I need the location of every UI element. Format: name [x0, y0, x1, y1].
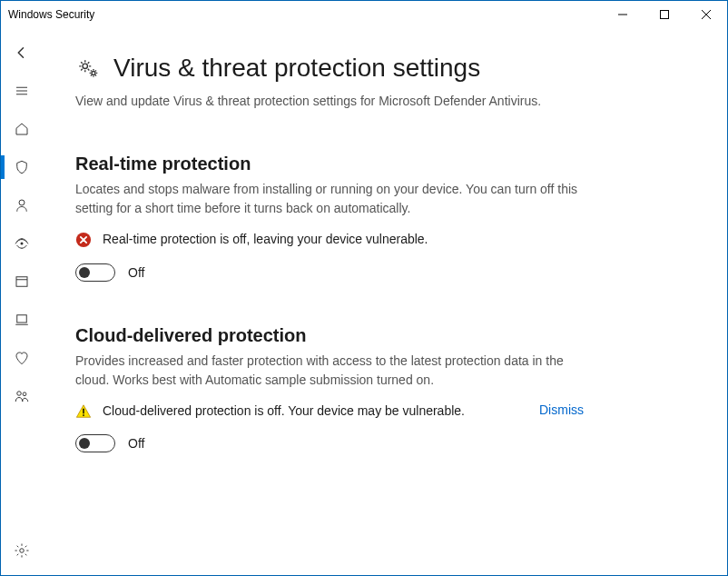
section-description: Locates and stops malware from installin…: [75, 180, 584, 218]
alert-realtime-off: Real-time protection is off, leaving you…: [75, 231, 584, 249]
nav-home[interactable]: [1, 110, 43, 148]
section-description: Provides increased and faster protection…: [75, 352, 584, 390]
toggle-label: Off: [128, 265, 144, 280]
page-header: Virus & threat protection settings: [75, 54, 694, 83]
toggle-row-cloud: Off: [75, 434, 584, 452]
gears-icon: [75, 55, 101, 81]
nav-settings[interactable]: [1, 531, 43, 570]
realtime-toggle[interactable]: [75, 263, 115, 282]
nav-account-protection[interactable]: [1, 186, 43, 224]
nav-rail: [1, 28, 43, 575]
section-cloud-protection: Cloud-delivered protection Provides incr…: [75, 325, 584, 453]
svg-point-15: [20, 549, 25, 553]
windows-security-window: Windows Security: [0, 0, 728, 576]
back-button[interactable]: [1, 34, 43, 72]
svg-rect-9: [16, 277, 27, 287]
svg-rect-11: [17, 315, 27, 323]
close-button[interactable]: [685, 1, 727, 28]
nav-app-browser[interactable]: [1, 263, 43, 301]
svg-point-8: [21, 243, 24, 245]
section-title: Cloud-delivered protection: [75, 325, 584, 346]
warning-icon: [75, 403, 92, 420]
window-title: Windows Security: [8, 1, 94, 28]
alert-text: Cloud-delivered protection is off. Your …: [103, 402, 521, 421]
svg-point-17: [92, 71, 95, 74]
nav-device-performance[interactable]: [1, 339, 43, 377]
nav-firewall-network[interactable]: [1, 224, 43, 263]
nav-device-security[interactable]: [1, 301, 43, 339]
svg-point-16: [83, 64, 87, 68]
alert-text: Real-time protection is off, leaving you…: [103, 231, 584, 249]
toggle-label: Off: [128, 436, 144, 451]
svg-rect-1: [661, 11, 669, 19]
cloud-toggle[interactable]: [75, 434, 115, 452]
nav-family-options[interactable]: [1, 377, 43, 415]
content-pane: Virus & threat protection settings View …: [43, 28, 727, 575]
menu-button[interactable]: [1, 72, 43, 110]
svg-point-14: [23, 392, 26, 396]
section-title: Real-time protection: [75, 154, 584, 174]
svg-point-13: [17, 392, 22, 396]
maximize-button[interactable]: [644, 1, 685, 28]
nav-virus-threat[interactable]: [1, 148, 43, 186]
svg-point-20: [83, 414, 84, 416]
alert-cloud-off: Cloud-delivered protection is off. Your …: [75, 402, 584, 421]
dismiss-link[interactable]: Dismiss: [539, 402, 584, 417]
scroll-area[interactable]: Virus & threat protection settings View …: [43, 28, 727, 575]
svg-point-7: [19, 200, 25, 205]
window-controls: [602, 1, 727, 28]
section-realtime-protection: Real-time protection Locates and stops m…: [75, 154, 584, 282]
page-subtitle: View and update Virus & threat protectio…: [75, 92, 547, 110]
minimize-button[interactable]: [602, 1, 644, 28]
toggle-row-realtime: Off: [75, 263, 584, 282]
error-icon: [75, 232, 92, 248]
titlebar: Windows Security: [1, 1, 727, 28]
page-title: Virus & threat protection settings: [113, 54, 480, 83]
